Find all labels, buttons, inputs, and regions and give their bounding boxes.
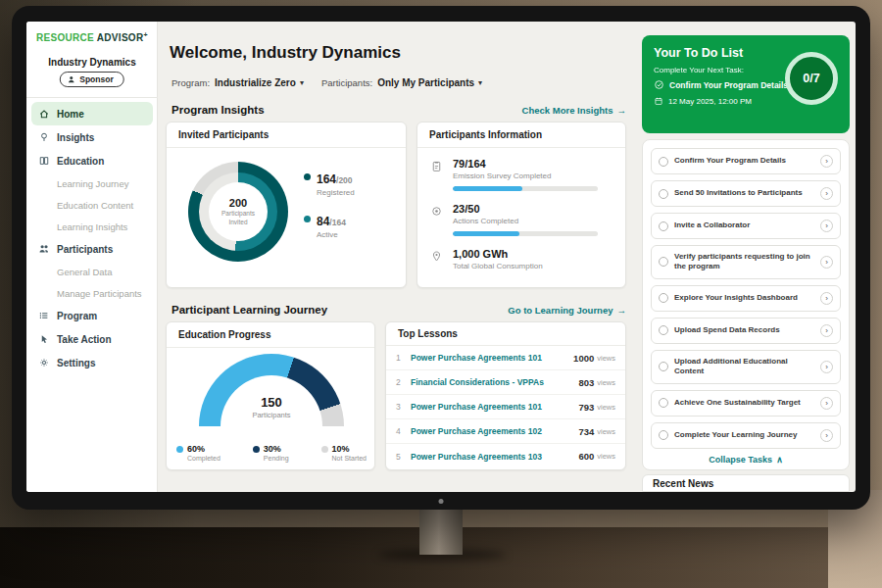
section-title: Program Insights: [172, 104, 265, 116]
gear-icon: [37, 357, 50, 368]
sidebar-item-education[interactable]: Education: [26, 149, 158, 172]
lesson-row[interactable]: 2 Financial Considerations - VPPAs 803 v…: [386, 370, 625, 395]
check-more-insights-link[interactable]: Check More Insights →: [522, 105, 626, 116]
lesson-link[interactable]: Power Purchase Agreements 101: [411, 402, 578, 412]
filters-bar: Program: Industrialize Zero ▾ Participan…: [172, 77, 482, 88]
clipboard-icon: [429, 158, 444, 191]
dashboard-screen: RESOURCE ADVISOR+ Industry Dynamics Spon…: [26, 22, 856, 492]
recent-news-header: Recent News: [642, 474, 850, 492]
list-icon: [37, 310, 50, 321]
task-upload-spend-data[interactable]: Upload Spend Data Records ›: [651, 318, 841, 344]
top-lessons-card: Top Lessons 1 Power Purchase Agreements …: [385, 321, 626, 470]
task-invite-collaborator[interactable]: Invite a Collaborator ›: [651, 213, 841, 239]
chevron-down-icon[interactable]: ▾: [478, 78, 482, 87]
sidebar-item-label: Insights: [57, 132, 94, 143]
divider: [26, 97, 158, 98]
invited-participants-card: Invited Participants 200 Participants In…: [166, 122, 407, 288]
card-title: Education Progress: [167, 322, 374, 348]
sidebar-item-participants[interactable]: Participants: [26, 237, 158, 261]
sidebar-item-program[interactable]: Program: [26, 304, 158, 327]
task-send-invitations[interactable]: Send 50 Invitations to Participants ›: [651, 180, 841, 207]
chevron-right-icon[interactable]: ›: [820, 292, 833, 305]
sidebar-item-learning-journey[interactable]: Learning Journey: [26, 172, 158, 194]
emission-survey-progressbar: [453, 186, 598, 191]
lesson-row[interactable]: 1 Power Purchase Agreements 101 1000 vie…: [386, 346, 625, 370]
task-checkbox[interactable]: [659, 325, 668, 335]
participants-filter-select[interactable]: Only My Participants: [377, 77, 474, 88]
gauge-legend-dot: [253, 446, 260, 453]
donut-legend-dot: [304, 173, 311, 180]
page-title: Welcome, Industry Dynamics: [170, 43, 401, 63]
arrow-right-icon: →: [617, 105, 627, 116]
task-checkbox[interactable]: [659, 189, 668, 199]
task-checkbox[interactable]: [659, 430, 668, 440]
sidebar-item-insights[interactable]: Insights: [26, 125, 158, 149]
collapse-tasks-link[interactable]: Collapse Tasks ∧: [651, 455, 841, 465]
chevron-right-icon[interactable]: ›: [820, 397, 833, 410]
lessons-list: 1 Power Purchase Agreements 101 1000 vie…: [386, 346, 625, 468]
chevron-right-icon[interactable]: ›: [820, 429, 833, 442]
sidebar-item-settings[interactable]: Settings: [26, 351, 158, 374]
sidebar-item-label: Home: [57, 109, 84, 120]
location-pin-icon: [429, 248, 444, 270]
sidebar: RESOURCE ADVISOR+ Industry Dynamics Spon…: [26, 22, 158, 492]
task-checkbox[interactable]: [659, 157, 668, 167]
sidebar-item-label: Settings: [57, 358, 95, 368]
task-checkbox[interactable]: [659, 257, 668, 267]
lesson-link[interactable]: Power Purchase Agreements 103: [411, 452, 578, 462]
lesson-link[interactable]: Power Purchase Agreements 102: [411, 426, 578, 436]
chevron-right-icon[interactable]: ›: [820, 361, 833, 373]
donut-legend-dot: [304, 216, 311, 222]
go-to-learning-journey-link[interactable]: Go to Learning Journey →: [508, 305, 626, 316]
sidebar-item-education-content[interactable]: Education Content: [26, 194, 158, 216]
donut-center-value: 200: [229, 197, 247, 209]
task-checkbox[interactable]: [659, 293, 668, 303]
task-achieve-sustainability-target[interactable]: Achieve One Sustainability Target ›: [651, 390, 841, 416]
lesson-row[interactable]: 3 Power Purchase Agreements 101 793 view…: [386, 395, 625, 419]
sidebar-item-learning-insights[interactable]: Learning Insights: [26, 216, 158, 237]
sidebar-item-general-data[interactable]: General Data: [26, 261, 158, 282]
chevron-right-icon[interactable]: ›: [820, 220, 833, 232]
chevron-right-icon[interactable]: ›: [820, 187, 833, 200]
program-filter-label: Program:: [172, 77, 210, 88]
lesson-link[interactable]: Financial Considerations - VPPAs: [411, 377, 578, 387]
sidebar-item-manage-participants[interactable]: Manage Participants: [26, 282, 158, 304]
todo-progress-ring: 0/7: [785, 52, 838, 105]
task-complete-learning-journey[interactable]: Complete Your Learning Journey ›: [651, 422, 841, 449]
legend-item-registered: 164/200 Registered: [304, 170, 355, 197]
chevron-down-icon[interactable]: ▾: [300, 78, 304, 87]
task-checkbox[interactable]: [659, 362, 668, 371]
sidebar-item-label: Education: [57, 156, 104, 167]
sidebar-item-label: Take Action: [57, 334, 112, 345]
sidebar-item-label: General Data: [57, 267, 113, 277]
legend-item-not-started: 10% Not Started: [321, 444, 367, 462]
chevron-right-icon[interactable]: ›: [820, 155, 833, 168]
task-verify-participants[interactable]: Verify participants requesting to join t…: [651, 245, 841, 279]
task-confirm-program-details[interactable]: Confirm Your Program Details ›: [651, 148, 841, 174]
task-explore-insights[interactable]: Explore Your Insights Dashboard ›: [651, 285, 841, 312]
stat-global-consumption: 1,000 GWh Total Global Consumption: [429, 248, 543, 270]
person-icon: [66, 74, 75, 84]
lesson-link[interactable]: Power Purchase Agreements 101: [411, 353, 573, 363]
chevron-right-icon[interactable]: ›: [820, 324, 833, 337]
actions-progressbar: [453, 231, 598, 236]
task-checkbox[interactable]: [659, 221, 668, 231]
task-upload-educational-content[interactable]: Upload Additional Educational Content ›: [651, 350, 841, 384]
stat-actions-completed: 23/50 Actions Completed: [429, 203, 598, 236]
lesson-row[interactable]: 5 Power Purchase Agreements 103 600 view…: [386, 444, 625, 468]
sidebar-item-home[interactable]: Home: [31, 102, 153, 125]
info-progress-fill: [453, 231, 519, 236]
legend-item-pending: 30% Pending: [253, 444, 289, 462]
book-icon: [37, 155, 50, 167]
education-progress-card: Education Progress 150 Participants 60% …: [166, 321, 375, 470]
task-checkbox[interactable]: [659, 398, 668, 408]
sidebar-item-take-action[interactable]: Take Action: [26, 327, 158, 351]
sidebar-item-label: Manage Participants: [57, 288, 142, 299]
donut-legend: 164/200 Registered 84/164 Active: [304, 170, 355, 254]
chevron-up-icon: ∧: [776, 455, 783, 465]
lesson-row[interactable]: 4 Power Purchase Agreements 102 734 view…: [386, 419, 625, 444]
chevron-right-icon[interactable]: ›: [820, 256, 833, 269]
program-filter-select[interactable]: Industrialize Zero: [215, 77, 296, 88]
target-icon: [429, 203, 444, 236]
sponsor-badge[interactable]: Sponsor: [59, 72, 123, 87]
